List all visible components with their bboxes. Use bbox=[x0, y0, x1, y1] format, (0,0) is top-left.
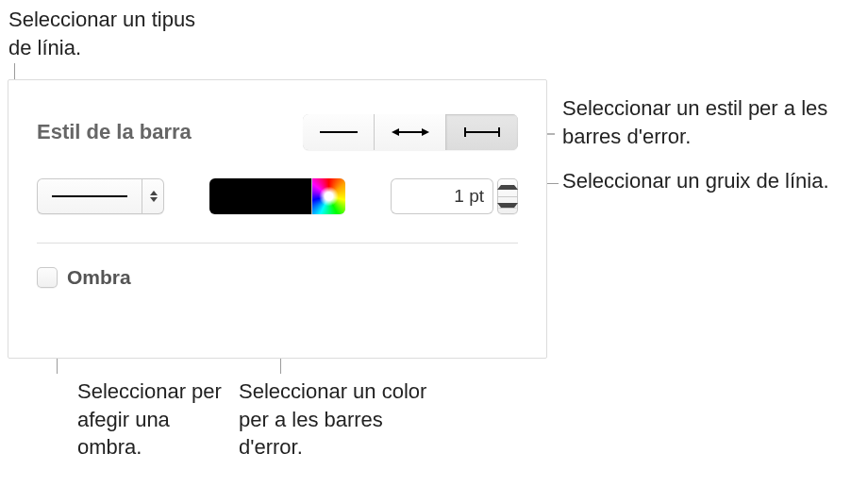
callout-error-style: Seleccionar un estil per a les barres d'… bbox=[562, 94, 845, 150]
divider bbox=[37, 243, 518, 244]
line-width-field[interactable]: 1 pt bbox=[391, 178, 493, 214]
color-well[interactable] bbox=[209, 178, 344, 214]
line-preview bbox=[37, 195, 142, 197]
stepper-down[interactable] bbox=[497, 197, 518, 215]
callout-color: Seleccionar un color per a les barres d'… bbox=[239, 378, 427, 462]
shadow-checkbox[interactable] bbox=[37, 267, 58, 288]
stepper-buttons[interactable] bbox=[497, 178, 518, 214]
callout-line-type: Seleccionar un tipus de línia. bbox=[8, 6, 197, 61]
seg-line-style[interactable] bbox=[303, 114, 375, 150]
error-bar-plain-icon bbox=[318, 126, 359, 139]
color-picker-icon[interactable] bbox=[311, 178, 345, 214]
callout-line-width: Seleccionar un gruix de línia. bbox=[562, 167, 845, 195]
stepper-up[interactable] bbox=[497, 178, 518, 197]
bar-style-panel: Estil de la barra bbox=[8, 79, 547, 359]
line-type-popup[interactable] bbox=[37, 178, 164, 214]
seg-arrow-style[interactable] bbox=[375, 114, 446, 150]
line-width-stepper[interactable]: 1 pt bbox=[391, 178, 518, 214]
callout-shadow: Seleccionar per afegir una ombra. bbox=[77, 378, 238, 462]
seg-tee-style[interactable] bbox=[446, 114, 518, 150]
panel-title: Estil de la barra bbox=[37, 120, 192, 144]
shadow-label: Ombra bbox=[67, 266, 131, 289]
svg-marker-4 bbox=[422, 128, 429, 136]
error-bar-arrow-icon bbox=[390, 126, 431, 139]
chevron-updown-icon bbox=[142, 178, 164, 214]
svg-marker-3 bbox=[392, 128, 399, 136]
error-bar-style-segmented[interactable] bbox=[303, 114, 518, 150]
error-bar-tee-icon bbox=[461, 126, 503, 139]
color-swatch bbox=[209, 178, 310, 214]
